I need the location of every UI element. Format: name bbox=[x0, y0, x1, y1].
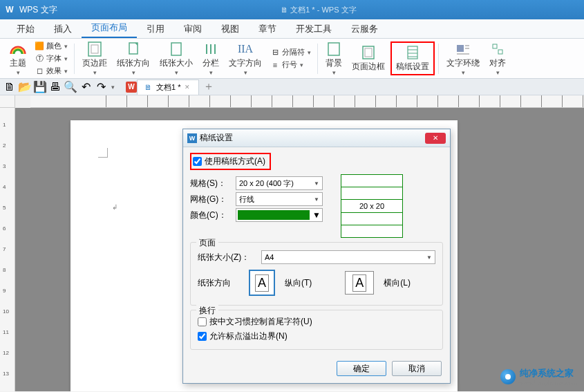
preview-row bbox=[341, 187, 402, 200]
portrait-label: 纵向(T) bbox=[285, 277, 312, 289]
qat-more-icon[interactable]: ▾ bbox=[111, 84, 115, 91]
breaks-icon: ⊟ bbox=[270, 48, 280, 57]
align-icon bbox=[489, 41, 506, 57]
preview-icon[interactable]: 🔍 bbox=[65, 82, 76, 93]
grid-settings-dialog: W 稿纸设置 ✕ 使用稿纸方式(A) 规格(S)： 20 x 20 (400 字… bbox=[182, 129, 451, 384]
use-grid-input[interactable] bbox=[193, 157, 202, 166]
app-title: WPS 文字 bbox=[19, 4, 57, 16]
border-icon bbox=[360, 44, 377, 61]
dialog-title: 稿纸设置 bbox=[200, 132, 425, 144]
ruler-tick: 8 bbox=[3, 267, 6, 273]
size-button[interactable]: 纸张大小▾ bbox=[156, 39, 197, 77]
dialog-close-button[interactable]: ✕ bbox=[425, 133, 446, 144]
margin-corner-icon bbox=[98, 148, 108, 158]
breaks-button[interactable]: ⊟分隔符▾ bbox=[267, 46, 314, 58]
page-fieldset: 页面 纸张大小(Z)： A4▼ 纸张方向 A 纵向(T) A 横向(L) bbox=[190, 242, 443, 306]
paper-size-select[interactable]: A4▼ bbox=[261, 250, 435, 264]
direction-button[interactable]: IIA文字方向▾ bbox=[225, 39, 266, 77]
color-label: 颜色(C)： bbox=[190, 209, 232, 221]
margin-button[interactable]: 页边距▾ bbox=[78, 39, 111, 77]
lineno-button[interactable]: ≡行号▾ bbox=[267, 59, 314, 71]
tab-review[interactable]: 审阅 bbox=[174, 19, 211, 38]
size-icon bbox=[168, 41, 185, 57]
tab-cloud[interactable]: 云服务 bbox=[341, 19, 388, 38]
font-theme-button[interactable]: Ⓣ字体▾ bbox=[32, 53, 70, 64]
ruler-tick: 7 bbox=[3, 246, 6, 252]
wrap-fieldset: 换行 按中文习惯控制首尾字符(U) 允许标点溢出边界(N) bbox=[190, 310, 443, 350]
ruler-tick: 4 bbox=[3, 184, 6, 190]
lineno-label: 行号 bbox=[282, 59, 297, 70]
palette-icon: 🟧 bbox=[35, 41, 44, 51]
ruler-tick: 9 bbox=[3, 288, 6, 294]
landscape-label: 横向(L) bbox=[384, 277, 411, 289]
orientation-label: 纸张方向 bbox=[117, 57, 150, 69]
save-icon[interactable]: 💾 bbox=[35, 82, 46, 93]
background-label: 背景 bbox=[326, 57, 342, 69]
margin-icon bbox=[86, 41, 103, 57]
ruler-tick: 3 bbox=[3, 163, 6, 169]
grid-type-select[interactable]: 行线▼ bbox=[236, 192, 323, 206]
use-grid-checkbox[interactable]: 使用稿纸方式(A) bbox=[190, 153, 271, 170]
close-tab-icon[interactable]: ✕ bbox=[185, 84, 191, 91]
color-opt-button[interactable]: 🟧颜色▾ bbox=[32, 40, 70, 52]
separator bbox=[438, 44, 439, 74]
svg-rect-4 bbox=[171, 43, 181, 55]
color-select[interactable]: ▼ bbox=[236, 208, 323, 222]
columns-button[interactable]: 分栏▾ bbox=[198, 39, 223, 77]
tab-insert[interactable]: 插入 bbox=[44, 19, 82, 38]
tab-view[interactable]: 视图 bbox=[211, 19, 249, 38]
quick-access-toolbar: 🗎 📂 💾 🖶 🔍 ↶ ↷ ▾ W 🗎 文档1 * ✕ ＋ bbox=[0, 79, 584, 95]
ruler-tick: 5 bbox=[3, 205, 6, 211]
align-button[interactable]: 对齐▾ bbox=[485, 39, 510, 77]
punct-overflow-label: 允许标点溢出边界(N) bbox=[209, 330, 288, 342]
direction-label: 文字方向 bbox=[229, 57, 262, 69]
tab-devtools[interactable]: 开发工具 bbox=[286, 19, 341, 38]
tab-start[interactable]: 开始 bbox=[7, 19, 44, 38]
orientation-button[interactable]: 纸张方向▾ bbox=[113, 39, 154, 77]
window-title: 🗎 文档1 * - WPS 文字 bbox=[57, 5, 580, 15]
add-tab-button[interactable]: ＋ bbox=[203, 82, 214, 93]
redo-icon[interactable]: ↷ bbox=[95, 82, 106, 93]
tab-page-layout[interactable]: 页面布局 bbox=[82, 17, 137, 38]
print-icon[interactable]: 🖶 bbox=[50, 82, 61, 93]
background-button[interactable]: 背景▾ bbox=[321, 39, 346, 77]
ok-button[interactable]: 确定 bbox=[337, 361, 386, 376]
tab-section[interactable]: 章节 bbox=[249, 19, 286, 38]
theme-icon bbox=[10, 41, 26, 57]
new-icon[interactable]: 🗎 bbox=[4, 82, 15, 93]
chevron-down-icon: ▼ bbox=[314, 196, 319, 203]
chinese-wrap-input[interactable] bbox=[198, 317, 207, 326]
wrap-section-legend: 换行 bbox=[196, 305, 218, 317]
theme-button[interactable]: 主题▾ bbox=[6, 39, 30, 77]
undo-icon[interactable]: ↶ bbox=[80, 82, 91, 93]
ruler-tick: 6 bbox=[3, 225, 6, 232]
document-tab[interactable]: 🗎 文档1 * ✕ bbox=[137, 80, 199, 95]
spec-select[interactable]: 20 x 20 (400 字)▼ bbox=[236, 176, 323, 190]
columns-icon bbox=[202, 41, 219, 57]
margin-label: 页边距 bbox=[82, 57, 107, 69]
ribbon-tabs: 开始 插入 页面布局 引用 审阅 视图 章节 开发工具 云服务 bbox=[0, 19, 584, 39]
dialog-icon: W bbox=[187, 133, 197, 143]
landscape-option[interactable]: A bbox=[345, 271, 374, 295]
wps-logo-icon[interactable]: W bbox=[126, 82, 137, 93]
effect-icon: ◻ bbox=[35, 66, 44, 76]
wrap-button[interactable]: 文字环绕▾ bbox=[442, 39, 484, 77]
portrait-option[interactable]: A bbox=[249, 270, 275, 296]
document-icon: 🗎 bbox=[281, 6, 290, 14]
watermark-logo-icon bbox=[500, 369, 516, 384]
grid-settings-button[interactable]: 稿纸设置 bbox=[390, 41, 435, 75]
chinese-wrap-checkbox[interactable]: 按中文习惯控制首尾字符(U) bbox=[198, 316, 435, 328]
vertical-ruler[interactable]: 1 2 3 4 5 6 7 8 9 10 11 12 13 bbox=[0, 108, 15, 391]
border-button[interactable]: 页面边框 bbox=[348, 43, 389, 74]
paper-size-value: A4 bbox=[265, 253, 274, 261]
punct-overflow-checkbox[interactable]: 允许标点溢出边界(N) bbox=[198, 330, 435, 342]
effect-button[interactable]: ◻效果▾ bbox=[32, 65, 70, 77]
punct-overflow-input[interactable] bbox=[198, 332, 207, 341]
document-tab-bar: W 🗎 文档1 * ✕ ＋ bbox=[126, 79, 214, 95]
horizontal-ruler[interactable] bbox=[30, 95, 584, 108]
dialog-titlebar[interactable]: W 稿纸设置 ✕ bbox=[183, 129, 450, 147]
cancel-button[interactable]: 取消 bbox=[392, 361, 442, 376]
tab-reference[interactable]: 引用 bbox=[137, 19, 174, 38]
open-icon[interactable]: 📂 bbox=[19, 82, 30, 93]
svg-rect-1 bbox=[91, 45, 98, 53]
